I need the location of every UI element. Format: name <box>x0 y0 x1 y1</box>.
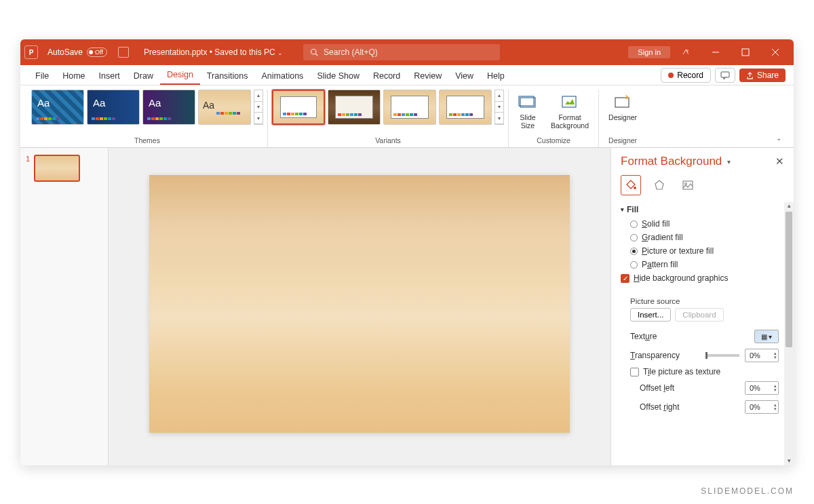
record-button[interactable]: Record <box>661 68 711 83</box>
slide-size-button[interactable]: Slide Size <box>513 90 543 132</box>
coming-soon-icon[interactable] <box>672 39 700 65</box>
tab-design[interactable]: Design <box>160 66 200 85</box>
close-pane-button[interactable]: ✕ <box>775 155 784 168</box>
svg-point-15 <box>685 183 687 185</box>
offset-right-row: Offset right 0%▴▾ <box>621 398 788 416</box>
record-dot-icon <box>668 73 674 78</box>
offset-right-input[interactable]: 0%▴▾ <box>745 400 779 414</box>
svg-point-2 <box>686 50 688 52</box>
pattern-fill-radio[interactable]: Pattern fill <box>621 258 788 271</box>
tab-insert[interactable]: Insert <box>92 67 127 85</box>
variants-group: ▴▾▾ Variants <box>268 90 509 147</box>
toggle-switch[interactable]: Off <box>87 47 107 57</box>
svg-point-0 <box>311 50 317 55</box>
tab-slideshow[interactable]: Slide Show <box>310 67 366 85</box>
variants-more-button[interactable]: ▴▾▾ <box>495 90 504 125</box>
ribbon-body: Aa Aa Aa Aa ▴▾▾ Themes ▴▾▾ Variants <box>20 85 794 148</box>
group-label: Customize <box>537 135 570 147</box>
tab-record[interactable]: Record <box>366 67 407 85</box>
tab-review[interactable]: Review <box>407 67 448 85</box>
fill-section-header[interactable]: Fill <box>621 202 788 217</box>
hide-graphics-checkbox[interactable]: ✓Hide background graphics <box>621 271 788 285</box>
autosave-toggle[interactable]: AutoSave Off <box>47 47 107 57</box>
transparency-slider[interactable] <box>705 354 739 357</box>
svg-rect-7 <box>721 72 729 77</box>
svg-rect-4 <box>742 49 749 56</box>
picture-tab-icon[interactable] <box>678 175 698 195</box>
collapse-ribbon-button[interactable]: ⌄ <box>771 129 787 147</box>
tab-file[interactable]: File <box>28 67 56 85</box>
powerpoint-icon: P <box>24 45 38 59</box>
theme-option[interactable]: Aa <box>31 90 84 125</box>
format-background-button[interactable]: Format Background <box>545 90 594 132</box>
pane-scrollbar[interactable]: ▴ ▾ <box>784 202 794 465</box>
customize-group: Slide Size Format Background Customize <box>509 90 599 147</box>
transparency-row: Transparency 0%▴▾ <box>621 346 788 365</box>
tab-help[interactable]: Help <box>480 67 511 85</box>
solid-fill-radio[interactable]: Solid fill <box>621 217 788 231</box>
minimize-button[interactable] <box>701 39 730 65</box>
tile-checkbox[interactable]: Tile picture as texture <box>621 365 788 379</box>
search-icon <box>310 48 318 56</box>
pane-title: Format Background <box>621 155 722 168</box>
autosave-label: AutoSave <box>47 47 83 57</box>
close-button[interactable] <box>761 39 790 65</box>
comments-button[interactable] <box>715 68 735 83</box>
ribbon-tabs: File Home Insert Draw Design Transitions… <box>20 65 794 85</box>
texture-picker-button[interactable]: ▦ ▾ <box>754 330 779 343</box>
tab-view[interactable]: View <box>448 67 480 85</box>
themes-more-button[interactable]: ▴▾▾ <box>254 90 263 125</box>
designer-icon <box>613 92 632 111</box>
tab-animations[interactable]: Animations <box>255 67 311 85</box>
designer-button[interactable]: Designer <box>603 90 642 125</box>
picture-source-label: Picture source <box>621 292 788 308</box>
variant-option[interactable] <box>439 90 492 125</box>
variant-option[interactable] <box>383 90 436 125</box>
chevron-down-icon[interactable]: ▾ <box>727 158 731 166</box>
designer-group: Designer Designer <box>599 90 646 147</box>
fill-tab-icon[interactable] <box>621 175 641 195</box>
theme-option[interactable]: Aa <box>142 90 195 125</box>
tab-transitions[interactable]: Transitions <box>200 67 255 85</box>
variant-option[interactable] <box>328 90 381 125</box>
slide-number: 1 <box>26 155 30 163</box>
tab-home[interactable]: Home <box>56 67 92 85</box>
svg-line-1 <box>315 54 317 56</box>
picture-fill-radio[interactable]: Picture or texture fill <box>621 244 788 258</box>
effects-tab-icon[interactable] <box>649 175 670 195</box>
clipboard-button: Clipboard <box>675 308 723 322</box>
search-placeholder: Search (Alt+Q) <box>324 47 378 57</box>
gradient-fill-radio[interactable]: Gradient fill <box>621 231 788 244</box>
watermark: SLIDEMODEL.COM <box>701 486 794 496</box>
document-title[interactable]: Presentation.pptx • Saved to this PC ⌄ <box>144 47 283 57</box>
svg-rect-10 <box>562 96 576 107</box>
slide-canvas[interactable] <box>149 175 570 433</box>
group-label: Themes <box>134 135 160 147</box>
slide-thumbnail[interactable] <box>34 155 80 182</box>
transparency-input[interactable]: 0%▴▾ <box>745 349 779 362</box>
format-background-pane: Format Background ▾ ✕ Fill Solid fill Gr… <box>610 148 794 465</box>
svg-rect-11 <box>615 98 629 107</box>
insert-picture-button[interactable]: Insert... <box>630 308 671 322</box>
svg-marker-13 <box>655 180 663 189</box>
slide-size-icon <box>518 92 537 111</box>
variant-option[interactable] <box>272 90 325 125</box>
texture-row: Texture ▦ ▾ <box>621 327 788 346</box>
group-label: Designer <box>608 135 637 147</box>
slide-canvas-area <box>109 148 610 465</box>
share-button[interactable]: Share <box>739 69 786 82</box>
tab-draw[interactable]: Draw <box>127 67 160 85</box>
search-input[interactable]: Search (Alt+Q) <box>303 44 500 60</box>
format-background-icon <box>560 92 579 111</box>
theme-option[interactable]: Aa <box>87 90 140 125</box>
title-bar: P AutoSave Off Presentation.pptx • Saved… <box>20 39 794 65</box>
signin-button[interactable]: Sign in <box>628 46 670 58</box>
slide-thumbnails-panel: 1 <box>20 148 109 465</box>
save-icon[interactable] <box>118 47 129 58</box>
theme-option[interactable]: Aa <box>198 90 251 125</box>
maximize-button[interactable] <box>731 39 760 65</box>
offset-left-input[interactable]: 0%▴▾ <box>745 381 779 395</box>
themes-group: Aa Aa Aa Aa ▴▾▾ Themes <box>27 90 268 147</box>
group-label: Variants <box>375 135 401 147</box>
offset-left-row: Offset left 0%▴▾ <box>621 379 788 398</box>
